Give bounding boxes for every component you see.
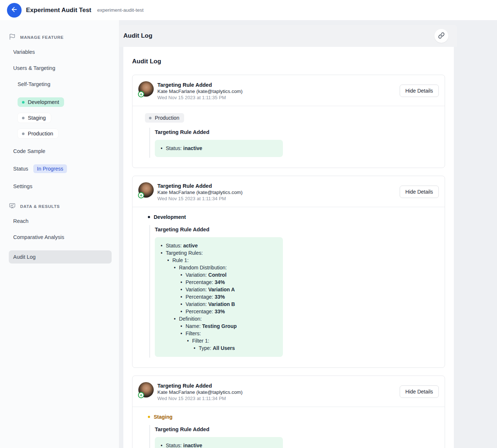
change-section: Targeting Rule Added•Status:inactive (149, 425, 439, 448)
audit-card-list: +Targeting Rule AddedKate MacFarlane (ka… (132, 75, 445, 448)
audit-card-meta: Targeting Rule AddedKate MacFarlane (kat… (157, 81, 243, 100)
env-dot-development (22, 101, 25, 104)
page-slug: experiment-audit-test (97, 7, 144, 13)
change-section: Targeting Rule Added•Status:inactive (149, 128, 439, 158)
bullet-dot: • (174, 264, 176, 271)
section-label: MANAGE FEATURE (20, 35, 64, 40)
sidebar-item-self-targeting[interactable]: Self-Targeting (18, 81, 112, 87)
audit-log-panel-title: Audit Log (132, 58, 445, 65)
bullet-dot: • (180, 308, 182, 315)
audit-card-body: ProductionTargeting Rule Added•Status:in… (132, 106, 445, 168)
bullet-dot: • (167, 257, 169, 264)
audit-card-header: +Targeting Rule AddedKate MacFarlane (ka… (132, 376, 445, 407)
environment-bullet-row: Development (148, 214, 439, 220)
audit-card-header: +Targeting Rule AddedKate MacFarlane (ka… (132, 75, 445, 106)
audit-timestamp: Wed Nov 15 2023 at 1:11:35 PM (157, 95, 243, 100)
detail-value: 34% (214, 279, 225, 285)
bullet-dot: • (180, 286, 182, 293)
plus-badge-icon: + (138, 192, 144, 198)
presentation-chart-icon (9, 202, 16, 210)
detail-text: Status:active (166, 242, 198, 249)
bullet-dot: • (180, 300, 182, 308)
plus-badge-icon: + (138, 91, 144, 97)
avatar: + (138, 81, 154, 97)
detail-text: Variation:Variation B (186, 300, 235, 308)
hide-details-button[interactable]: Hide Details (400, 186, 439, 198)
detail-value: All Users (213, 345, 235, 351)
detail-text: Type:All Users (199, 344, 235, 352)
environment-bullet-row: Staging (148, 414, 439, 420)
change-section-title: Targeting Rule Added (155, 426, 439, 432)
bullet-dot: • (180, 293, 182, 300)
bullet-dot: • (161, 249, 162, 257)
bullet-dot: • (174, 315, 176, 322)
page-title: Experiment Audit Test (26, 7, 91, 14)
audit-author: Kate MacFarlane (kate@taplytics.com) (157, 389, 243, 395)
audit-author: Kate MacFarlane (kate@taplytics.com) (157, 89, 243, 94)
avatar: + (138, 382, 154, 397)
hide-details-button[interactable]: Hide Details (400, 85, 439, 97)
environment-dot (148, 416, 150, 418)
avatar: + (138, 182, 154, 198)
audit-card-meta: Targeting Rule AddedKate MacFarlane (kat… (157, 182, 243, 201)
bullet-dot: • (161, 442, 162, 448)
change-detail-box: •Status:inactive (155, 140, 283, 157)
detail-text: Percentage:34% (186, 279, 225, 286)
environment-label: Production (155, 115, 179, 121)
audit-card-body: DevelopmentTargeting Rule Added•Status:a… (132, 207, 445, 367)
link-icon (438, 32, 445, 40)
audit-author: Kate MacFarlane (kate@taplytics.com) (157, 190, 243, 195)
hide-details-button[interactable]: Hide Details (400, 385, 439, 398)
detail-value: Variation B (208, 301, 235, 307)
back-button[interactable] (7, 3, 22, 18)
sidebar-item-users-targeting[interactable]: Users & Targeting (13, 65, 112, 71)
audit-event-title: Targeting Rule Added (157, 383, 243, 389)
detail-text: Random Distribution: (179, 264, 227, 271)
detail-text: Percentage:33% (186, 293, 225, 300)
audit-timestamp: Wed Nov 15 2023 at 1:11:34 PM (157, 196, 243, 201)
detail-text: Filter 1: (192, 337, 209, 344)
sidebar-item-reach[interactable]: Reach (13, 218, 112, 224)
detail-value: 33% (214, 294, 225, 300)
sidebar-env-production[interactable]: Production (18, 129, 58, 138)
detail-text: Rule 1: (172, 257, 188, 264)
sidebar-item-code-sample[interactable]: Code Sample (13, 148, 112, 154)
bullet-dot: • (180, 322, 182, 330)
audit-event-title: Targeting Rule Added (157, 82, 243, 88)
sidebar-item-comparative-analysis[interactable]: Comparative Analysis (13, 234, 112, 240)
environment-dot (148, 216, 150, 218)
env-label: Production (28, 131, 53, 137)
detail-text: Filters: (186, 330, 201, 337)
detail-text: Definition: (179, 315, 202, 322)
environment-pill: Production (145, 113, 184, 123)
audit-card-meta: Targeting Rule AddedKate MacFarlane (kat… (157, 382, 243, 401)
detail-value: inactive (183, 145, 202, 151)
copy-link-button[interactable] (434, 29, 448, 43)
sidebar-item-status[interactable]: Status (13, 166, 28, 172)
audit-log-bar-title: Audit Log (123, 32, 152, 40)
sidebar-env-staging[interactable]: Staging (18, 113, 51, 123)
section-data-results: DATA & RESULTS (9, 202, 112, 210)
sidebar-env-development[interactable]: Development (18, 97, 64, 107)
change-detail-box: •Status:inactive (155, 437, 283, 448)
plus-badge-icon: + (138, 392, 144, 398)
detail-text: Name:Testing Group (186, 322, 237, 330)
detail-value: Control (208, 272, 227, 278)
bullet-dot: • (180, 330, 182, 337)
audit-event-title: Targeting Rule Added (157, 183, 243, 189)
sidebar-item-audit-log[interactable]: Audit Log (9, 250, 112, 264)
status-badge: In Progress (33, 164, 67, 173)
sidebar: MANAGE FEATURE Variables Users & Targeti… (0, 20, 119, 448)
change-section-title: Targeting Rule Added (155, 129, 439, 135)
audit-card-body: StagingTargeting Rule Added•Status:inact… (132, 407, 445, 448)
audit-log-panel: Audit Log +Targeting Rule AddedKate MacF… (123, 47, 454, 448)
env-dot-staging (22, 117, 25, 119)
audit-timestamp: Wed Nov 15 2023 at 1:11:34 PM (157, 396, 243, 401)
audit-card: +Targeting Rule AddedKate MacFarlane (ka… (132, 376, 445, 448)
sidebar-item-variables[interactable]: Variables (13, 49, 112, 55)
detail-value: inactive (183, 443, 202, 448)
detail-text: Status:inactive (166, 145, 202, 152)
audit-log-header-bar: Audit Log (119, 25, 457, 47)
main-area: Audit Log Audit Log +Targeting Rule Adde… (119, 20, 497, 448)
sidebar-item-settings[interactable]: Settings (13, 183, 112, 189)
